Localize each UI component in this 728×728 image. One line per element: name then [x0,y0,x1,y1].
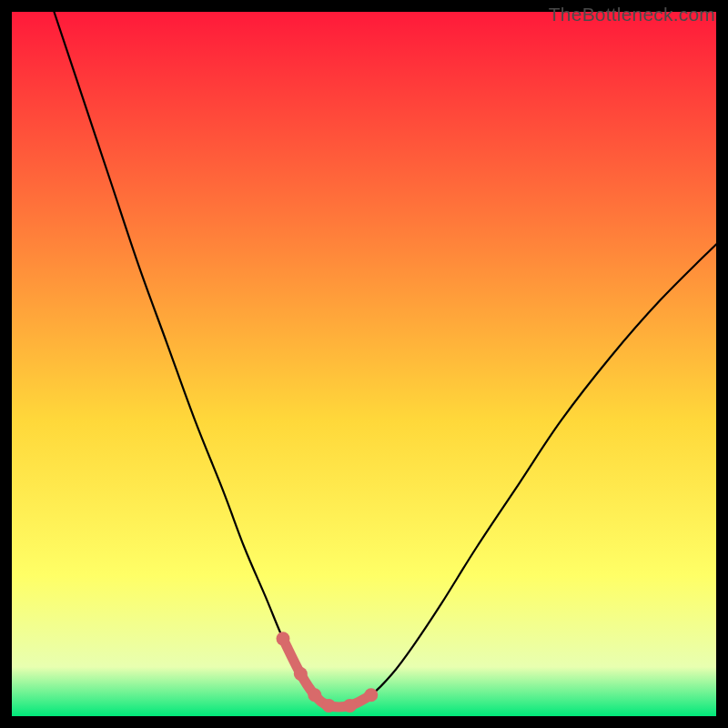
highlight-dot [308,688,321,702]
highlight-dot [322,699,336,713]
bottleneck-chart: TheBottleneck.com [0,0,728,728]
watermark-text: TheBottleneck.com [549,4,715,25]
chart-svg [12,12,716,716]
highlight-dot [343,699,357,713]
highlight-dot [276,632,289,645]
highlight-dot [364,688,378,702]
plot-area [12,12,716,716]
gradient-background [12,12,716,716]
highlight-dot [294,667,308,681]
